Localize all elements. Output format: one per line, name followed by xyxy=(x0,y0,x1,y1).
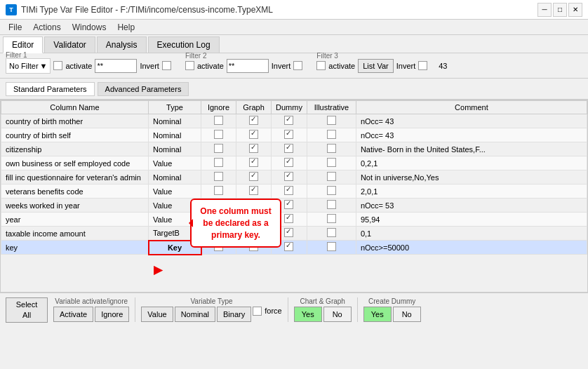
chart-graph-group: Chart & Graph Yes No xyxy=(294,297,358,322)
list-var-button[interactable]: List Var xyxy=(358,59,393,73)
graph-checkbox[interactable] xyxy=(249,172,258,181)
dummy-checkbox[interactable] xyxy=(284,130,293,139)
cell-dummy[interactable] xyxy=(272,128,307,142)
ignore-checkbox[interactable] xyxy=(214,158,223,167)
cell-illustrative[interactable] xyxy=(307,199,356,213)
param-tab-standard[interactable]: Standard Parameters xyxy=(6,82,95,96)
menu-actions[interactable]: Actions xyxy=(27,21,66,34)
cell-graph[interactable] xyxy=(236,114,272,128)
cell-graph[interactable] xyxy=(236,184,272,199)
dummy-checkbox[interactable] xyxy=(284,172,293,181)
ignore-checkbox[interactable] xyxy=(214,186,223,195)
graph-checkbox[interactable] xyxy=(249,158,258,167)
ignore-checkbox[interactable] xyxy=(214,130,223,139)
maximize-button[interactable]: □ xyxy=(553,3,567,17)
cell-graph[interactable] xyxy=(236,142,272,156)
ignore-checkbox[interactable] xyxy=(214,116,223,125)
dummy-checkbox[interactable] xyxy=(284,186,293,195)
illustrative-checkbox[interactable] xyxy=(327,242,336,251)
cell-illustrative[interactable] xyxy=(307,241,356,255)
menu-help[interactable]: Help xyxy=(112,21,140,34)
nominal-button[interactable]: Nominal xyxy=(175,307,215,322)
dummy-no-button[interactable]: No xyxy=(393,307,421,322)
tab-validator[interactable]: Validator xyxy=(44,36,95,53)
illustrative-checkbox[interactable] xyxy=(327,144,336,153)
cell-name: key xyxy=(1,241,149,255)
cell-comment: 0,2,1 xyxy=(356,156,587,170)
cell-ignore[interactable] xyxy=(201,170,236,184)
menu-file[interactable]: File xyxy=(3,21,27,34)
illustrative-checkbox[interactable] xyxy=(327,158,336,167)
cell-dummy[interactable] xyxy=(272,184,307,199)
illustrative-checkbox[interactable] xyxy=(327,172,336,181)
dummy-checkbox[interactable] xyxy=(284,242,293,251)
dummy-checkbox[interactable] xyxy=(284,228,293,237)
cell-dummy[interactable] xyxy=(272,114,307,128)
illustrative-checkbox[interactable] xyxy=(327,228,336,237)
tab-execution-log[interactable]: Execution Log xyxy=(148,36,220,53)
cell-ignore[interactable] xyxy=(201,128,236,142)
graph-checkbox[interactable] xyxy=(249,186,258,195)
cell-illustrative[interactable] xyxy=(307,227,356,241)
select-all-button[interactable]: Select All xyxy=(6,297,48,323)
activate-button[interactable]: Activate xyxy=(53,307,93,322)
dummy-yes-button[interactable]: Yes xyxy=(363,307,392,322)
cell-illustrative[interactable] xyxy=(307,128,356,142)
filter2-invert-checkbox[interactable] xyxy=(293,61,302,70)
tab-analysis[interactable]: Analysis xyxy=(97,36,147,53)
illustrative-checkbox[interactable] xyxy=(327,186,336,195)
ignore-button[interactable]: Ignore xyxy=(95,307,129,322)
cell-illustrative[interactable] xyxy=(307,213,356,227)
cell-graph[interactable] xyxy=(236,128,272,142)
variable-activate-group: Variable activate/ignore Activate Ignore xyxy=(53,297,135,322)
cell-name: own business or self employed code xyxy=(1,156,149,170)
cell-graph[interactable] xyxy=(236,156,272,170)
dummy-checkbox[interactable] xyxy=(284,200,293,209)
filter1-activate-checkbox[interactable] xyxy=(53,61,62,70)
filter3-invert-checkbox[interactable] xyxy=(418,61,427,70)
dummy-checkbox[interactable] xyxy=(284,214,293,223)
cell-dummy[interactable] xyxy=(272,156,307,170)
filter1-invert-checkbox[interactable] xyxy=(162,61,171,70)
cell-illustrative[interactable] xyxy=(307,184,356,199)
cell-graph[interactable] xyxy=(236,170,272,184)
cell-dummy[interactable] xyxy=(272,170,307,184)
cell-ignore[interactable] xyxy=(201,184,236,199)
ignore-checkbox[interactable] xyxy=(214,144,223,153)
graph-checkbox[interactable] xyxy=(249,116,258,125)
menu-windows[interactable]: Windows xyxy=(67,21,112,34)
value-button[interactable]: Value xyxy=(141,307,173,322)
cell-illustrative[interactable] xyxy=(307,114,356,128)
illustrative-checkbox[interactable] xyxy=(327,130,336,139)
cell-ignore[interactable] xyxy=(201,114,236,128)
cell-dummy[interactable] xyxy=(272,142,307,156)
illustrative-checkbox[interactable] xyxy=(327,200,336,209)
bottom-toolbar: Select All Variable activate/ignore Acti… xyxy=(0,293,588,326)
minimize-button[interactable]: ─ xyxy=(537,3,552,17)
chart-yes-button[interactable]: Yes xyxy=(294,307,322,322)
filter2-activate-checkbox[interactable] xyxy=(185,61,194,70)
cell-ignore[interactable] xyxy=(201,156,236,170)
filter3-activate-checkbox[interactable] xyxy=(316,61,326,70)
ignore-checkbox[interactable] xyxy=(214,172,223,181)
filter1-input[interactable] xyxy=(95,59,137,73)
binary-button[interactable]: Binary xyxy=(217,307,251,322)
illustrative-checkbox[interactable] xyxy=(327,116,336,125)
dummy-checkbox[interactable] xyxy=(284,116,293,125)
graph-checkbox[interactable] xyxy=(249,130,258,139)
illustrative-checkbox[interactable] xyxy=(327,214,336,223)
param-tab-advanced[interactable]: Advanced Parameters xyxy=(98,82,189,96)
cell-illustrative[interactable] xyxy=(307,170,356,184)
cell-type: Value xyxy=(149,184,201,199)
force-checkbox[interactable] xyxy=(253,307,262,316)
chart-no-button[interactable]: No xyxy=(323,307,352,322)
graph-checkbox[interactable] xyxy=(249,144,258,153)
close-button[interactable]: ✕ xyxy=(568,3,582,17)
cell-illustrative[interactable] xyxy=(307,156,356,170)
cell-illustrative[interactable] xyxy=(307,142,356,156)
filter2-input[interactable] xyxy=(227,59,269,73)
cell-ignore[interactable] xyxy=(201,142,236,156)
dummy-checkbox[interactable] xyxy=(284,144,293,153)
dummy-checkbox[interactable] xyxy=(284,158,293,167)
filter1-select[interactable]: No Filter ▼ xyxy=(6,58,51,74)
